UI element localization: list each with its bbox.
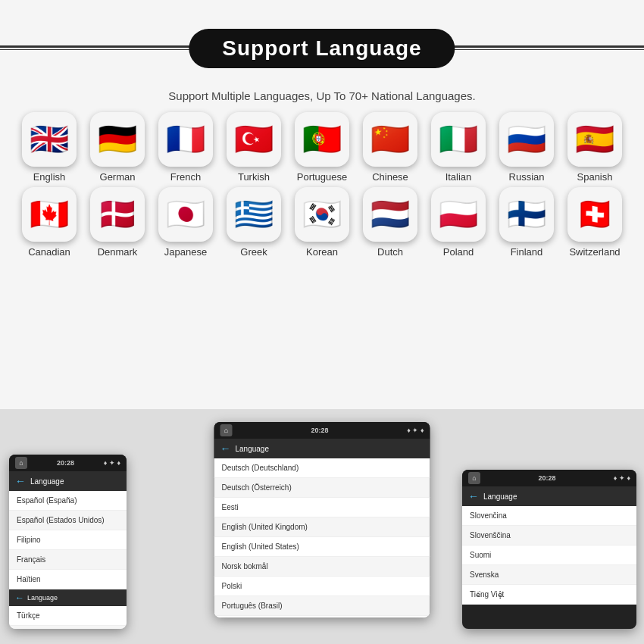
screen-toolbar-center: ← Language <box>214 439 430 458</box>
list-item: Slovenčina <box>462 506 636 526</box>
back-arrow[interactable]: ← <box>15 475 26 487</box>
list-item: Français <box>9 550 127 570</box>
flag-label-spanish: Spanish <box>577 171 613 183</box>
flag-icon-spanish: 🇪🇸 <box>567 112 622 167</box>
list-item: Tiếng Việt <box>462 585 636 605</box>
list-item: English (United States) <box>214 537 430 557</box>
list-item: Svenska <box>462 565 636 585</box>
screen-center: ⌂ 20:28 ♦ ✦ ♦ ← Language Deutsch (Deutsc… <box>214 422 430 617</box>
flag-icon-greek: 🇬🇷 <box>227 187 281 242</box>
list-item: Español (Estados Unidos) <box>9 511 127 530</box>
flag-label-greek: Greek <box>240 246 267 258</box>
flag-label-japanese: Japanese <box>164 246 207 258</box>
flag-label-turkish: Turkish <box>238 171 270 183</box>
flag-row-2: 🇨🇦 Canadian 🇩🇰 Denmark 🇯🇵 Japanese 🇬🇷 Gr… <box>15 187 629 258</box>
home-icon-right[interactable]: ⌂ <box>468 472 480 484</box>
flag-item-russian: 🇷🇺 Russian <box>493 112 560 183</box>
screen-topbar-center: ⌂ 20:28 ♦ ✦ ♦ <box>214 422 430 439</box>
flag-item-canadian: 🇨🇦 Canadian <box>16 187 83 258</box>
section-title-center: Language <box>236 445 270 453</box>
home-icon-center[interactable]: ⌂ <box>220 424 233 436</box>
inner-back[interactable]: ← <box>15 592 24 603</box>
home-icon[interactable]: ⌂ <box>15 457 27 469</box>
flag-icon-russian: 🇷🇺 <box>499 112 554 167</box>
flag-item-italian: 🇮🇹 Italian <box>425 112 492 183</box>
list-item: Eesti <box>214 498 430 517</box>
screen-topbar: ⌂ 20:28 ♦ ✦ ♦ <box>9 455 127 471</box>
flag-label-english: English <box>33 171 66 183</box>
list-item: Português (Portugal) <box>214 616 430 617</box>
flag-item-denmark: 🇩🇰 Denmark <box>84 187 151 258</box>
flag-icon-canadian: 🇨🇦 <box>22 187 77 242</box>
list-item: Português (Brasil) <box>214 596 430 616</box>
flag-item-german: 🇩🇪 German <box>84 112 151 183</box>
screen-inner-toolbar: ← Language <box>9 589 127 606</box>
list-item: Norsk bokmål <box>214 557 430 577</box>
list-item: Türkçe <box>9 606 127 626</box>
flag-label-dutch: Dutch <box>377 246 403 258</box>
screen-list-right: Slovenčina Slovenščina Suomi Svenska Tiế… <box>462 506 636 605</box>
subtitle-text: Support Multiple Languages, Up To 70+ Na… <box>0 89 644 102</box>
flag-icon-french: 🇫🇷 <box>158 112 213 167</box>
title-section: Support Language <box>189 29 455 68</box>
list-item: Polski <box>214 577 430 596</box>
screen-list-center: Deutsch (Deutschland) Deutsch (Österreic… <box>214 458 430 617</box>
screen-topbar-right: ⌂ 20:28 ♦ ✦ ♦ <box>462 470 636 486</box>
flag-item-english: 🇬🇧 English <box>16 112 83 183</box>
flag-label-poland: Poland <box>443 246 474 258</box>
list-item: Filipino <box>9 530 127 550</box>
section-title-right: Language <box>483 492 517 501</box>
list-item: Deutsch (Deutschland) <box>214 458 430 478</box>
screen-list-2: Türkçe Ελληνικά Български Қазақ тілі <box>9 606 127 629</box>
flag-label-italian: Italian <box>445 171 472 183</box>
flag-item-japanese: 🇯🇵 Japanese <box>152 187 219 258</box>
flag-label-german: German <box>100 171 136 183</box>
flag-label-finland: Finland <box>511 246 543 258</box>
flag-label-french: French <box>170 171 201 183</box>
flag-label-denmark: Denmark <box>98 246 138 258</box>
flag-label-korean: Korean <box>306 246 338 258</box>
flag-icon-turkish: 🇹🇷 <box>227 112 281 167</box>
flag-label-canadian: Canadian <box>28 246 70 258</box>
screen-toolbar: ← Language <box>9 471 127 491</box>
back-arrow-right[interactable]: ← <box>468 490 479 502</box>
list-item: Ελληνικά <box>9 626 127 629</box>
flag-grid: 🇬🇧 English 🇩🇪 German 🇫🇷 French 🇹🇷 Turkis… <box>15 112 629 262</box>
flag-label-chinese: Chinese <box>372 171 408 183</box>
topbar-time-center: 20:28 <box>311 427 328 434</box>
list-item: Slovenščina <box>462 526 636 546</box>
topbar-time-right: 20:28 <box>538 474 555 482</box>
flag-icon-italian: 🇮🇹 <box>431 112 486 167</box>
page-title: Support Language <box>189 29 455 68</box>
flag-label-portuguese: Portuguese <box>297 171 348 183</box>
list-item: Suomi <box>462 546 636 565</box>
screen-toolbar-right: ← Language <box>462 486 636 506</box>
flag-item-greek: 🇬🇷 Greek <box>220 187 287 258</box>
flag-item-switzerland: 🇨🇭 Switzerland <box>561 187 628 258</box>
flag-icon-german: 🇩🇪 <box>90 112 145 167</box>
flag-icon-switzerland: 🇨🇭 <box>567 187 622 242</box>
flag-item-finland: 🇫🇮 Finland <box>493 187 560 258</box>
flag-item-turkish: 🇹🇷 Turkish <box>220 112 287 183</box>
topbar-time: 20:28 <box>57 459 74 467</box>
inner-label: Language <box>27 594 58 602</box>
flag-label-russian: Russian <box>509 171 545 183</box>
list-item: Haïtien <box>9 570 127 589</box>
flag-item-spanish: 🇪🇸 Spanish <box>561 112 628 183</box>
flag-icon-denmark: 🇩🇰 <box>90 187 145 242</box>
flag-icon-chinese: 🇨🇳 <box>363 112 417 167</box>
back-arrow-center[interactable]: ← <box>220 442 231 455</box>
flag-icon-korean: 🇰🇷 <box>295 187 349 242</box>
flag-icon-finland: 🇫🇮 <box>499 187 554 242</box>
flag-row-1: 🇬🇧 English 🇩🇪 German 🇫🇷 French 🇹🇷 Turkis… <box>15 112 629 183</box>
flag-icon-poland: 🇵🇱 <box>431 187 486 242</box>
flag-icon-dutch: 🇳🇱 <box>363 187 417 242</box>
flag-label-switzerland: Switzerland <box>569 246 620 258</box>
topbar-icons-right: ♦ ✦ ♦ <box>614 474 630 482</box>
flag-icon-portuguese: 🇵🇹 <box>295 112 349 167</box>
flag-item-poland: 🇵🇱 Poland <box>425 187 492 258</box>
section-title: Language <box>30 477 64 486</box>
topbar-icons-center: ♦ ✦ ♦ <box>407 427 424 434</box>
screen-right: ⌂ 20:28 ♦ ✦ ♦ ← Language Slovenčina Slov… <box>462 470 636 629</box>
list-item: Español (España) <box>9 491 127 511</box>
